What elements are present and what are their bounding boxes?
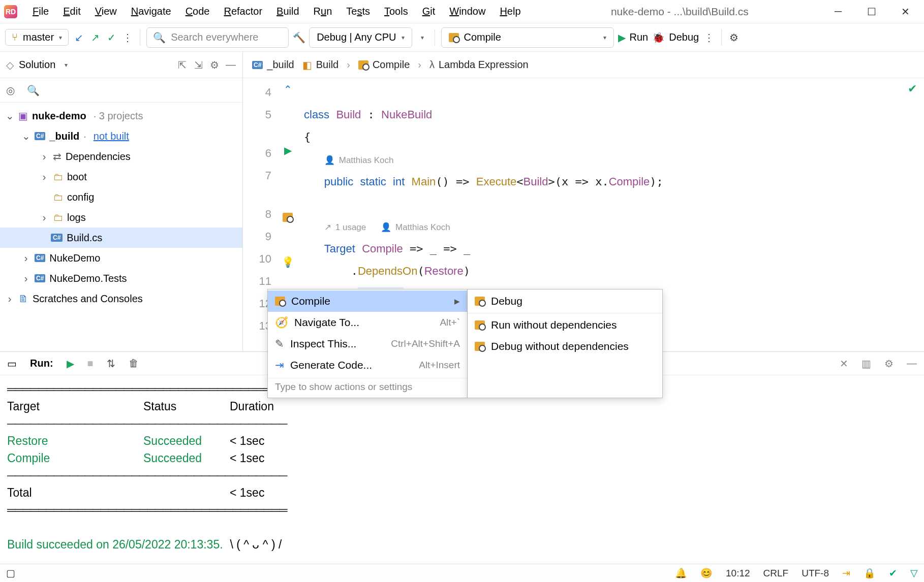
- inspect-icon: ✎: [275, 338, 284, 350]
- debug-button[interactable]: 🐞 Debug: [652, 31, 699, 44]
- build-icon[interactable]: 🔨: [293, 31, 305, 44]
- menu-git[interactable]: Git: [416, 4, 442, 19]
- ctx-inspect-label: Inspect This...: [290, 338, 385, 350]
- sub-debug[interactable]: Debug: [468, 290, 662, 312]
- menu-file[interactable]: File: [26, 4, 55, 19]
- menu-tools[interactable]: Tools: [378, 4, 414, 19]
- sub-debug-label: Debug: [491, 295, 655, 307]
- minimize-button[interactable]: ─: [833, 6, 844, 17]
- config-more-icon[interactable]: ▾: [416, 31, 428, 44]
- project-build[interactable]: ⌄ C# _build · not built: [0, 126, 242, 146]
- run-output[interactable]: ════════════════════════════════════ Tar…: [0, 375, 924, 564]
- sub-debug-without-deps[interactable]: Debug without dependencies: [468, 336, 662, 357]
- menu-view[interactable]: View: [89, 4, 123, 19]
- rerun-icon[interactable]: ▶: [67, 358, 74, 370]
- project-label: NukeDemo.Tests: [49, 273, 127, 284]
- dependencies-node[interactable]: › ⇄ Dependencies: [0, 146, 242, 167]
- crumb-lambda[interactable]: Lambda Expression: [439, 59, 529, 71]
- menu-build[interactable]: Build: [270, 4, 305, 19]
- tool-windows-icon[interactable]: ▢: [6, 567, 15, 579]
- ctx-navigate[interactable]: 🧭 Navigate To... Alt+`: [268, 312, 467, 333]
- build-status-link[interactable]: not built: [94, 131, 129, 142]
- close-run-icon[interactable]: ✕: [840, 358, 848, 370]
- indent-icon[interactable]: ⇥: [842, 567, 850, 579]
- csproj-icon: C#: [35, 132, 45, 140]
- main-toolbar: ⑂ master ▾ ↙ ↗ ✓ ⋮ 🔍 Search everywhere 🔨…: [0, 23, 924, 52]
- build-config-dropdown[interactable]: Debug | Any CPU ▾: [309, 27, 412, 48]
- scratches-icon: 🗎: [18, 293, 28, 305]
- folder-logs[interactable]: ›🗀 logs: [0, 207, 242, 228]
- sidebar-title: Solution: [19, 59, 55, 71]
- more-vcs-icon[interactable]: ⋮: [121, 31, 134, 44]
- menu-run[interactable]: Run: [307, 4, 338, 19]
- layout-icon[interactable]: ⇅: [107, 358, 115, 370]
- vcs-update-icon[interactable]: ↙: [73, 31, 85, 44]
- crumb-file[interactable]: _build: [267, 59, 294, 71]
- inspection-ok-icon[interactable]: ✔: [908, 82, 917, 95]
- git-branch-selector[interactable]: ⑂ master ▾: [5, 29, 69, 46]
- menu-refactor[interactable]: Refactor: [218, 4, 268, 19]
- ctx-inspect[interactable]: ✎ Inspect This... Ctrl+Alt+Shift+A: [268, 333, 467, 354]
- solution-root[interactable]: ⌄ ▣ nuke-demo · 3 projects: [0, 106, 242, 126]
- project-nukedemo[interactable]: ›C# NukeDemo: [0, 248, 242, 268]
- folder-boot[interactable]: ›🗀 boot: [0, 167, 242, 187]
- menu-edit[interactable]: Edit: [57, 4, 86, 19]
- locate-icon[interactable]: ◎: [6, 84, 15, 96]
- sidebar-search-icon[interactable]: 🔍: [27, 84, 40, 96]
- sidebar-settings-icon[interactable]: ⚙: [209, 59, 220, 71]
- encoding[interactable]: UTF-8: [802, 568, 829, 579]
- shield-icon[interactable]: ▽: [910, 567, 918, 579]
- ctx-compile-label: Compile: [291, 295, 448, 307]
- run-button[interactable]: ▶ Run: [618, 31, 649, 44]
- search-everywhere[interactable]: 🔍 Search everywhere: [146, 27, 289, 48]
- close-button[interactable]: ✕: [900, 6, 911, 17]
- settings-icon[interactable]: ⚙: [728, 31, 740, 44]
- app-icon: RD: [4, 5, 17, 18]
- notifications-icon[interactable]: 🔔: [675, 567, 687, 579]
- crumb-target[interactable]: Compile: [373, 59, 410, 71]
- stop-icon[interactable]: ■: [87, 358, 94, 369]
- hide-run-icon[interactable]: —: [907, 358, 917, 369]
- more-run-icon[interactable]: ⋮: [703, 31, 715, 44]
- project-nukedemo-tests[interactable]: ›C# NukeDemo.Tests: [0, 268, 242, 288]
- solution-icon: ◇: [6, 59, 14, 71]
- row-target: Restore: [7, 432, 143, 449]
- clear-icon[interactable]: 🗑: [129, 358, 139, 369]
- class-icon: ◧: [302, 59, 312, 71]
- menu-navigate[interactable]: Navigate: [125, 4, 177, 19]
- copilot-icon[interactable]: 😊: [700, 567, 713, 579]
- inspection-badge-icon[interactable]: ✔: [889, 567, 897, 579]
- file-build-cs[interactable]: C# Build.cs: [0, 228, 242, 248]
- maximize-button[interactable]: ☐: [866, 6, 877, 17]
- ctx-compile[interactable]: Compile ▸: [268, 290, 467, 312]
- author-inlay[interactable]: Matthias Koch: [339, 153, 394, 168]
- project-count: · 3 projects: [94, 110, 143, 122]
- project-build-label: _build: [49, 131, 79, 142]
- author-inlay[interactable]: Matthias Koch: [395, 220, 450, 235]
- scratches-node[interactable]: › 🗎 Scratches and Consoles: [0, 288, 242, 309]
- menu-window[interactable]: Window: [443, 4, 491, 19]
- usage-inlay[interactable]: 1 usage: [335, 220, 366, 235]
- ctx-generate[interactable]: ⇥ Generate Code... Alt+Insert: [268, 354, 467, 376]
- play-icon: ▶: [618, 31, 626, 44]
- hide-sidebar-icon[interactable]: —: [225, 59, 236, 71]
- folder-config[interactable]: 🗀 config: [0, 187, 242, 207]
- menu-help[interactable]: Help: [494, 4, 527, 19]
- crumb-class[interactable]: Build: [316, 59, 338, 71]
- context-menu: Compile ▸ 🧭 Navigate To... Alt+` ✎ Inspe…: [267, 289, 663, 398]
- breadcrumb[interactable]: C#_build ◧Build › Compile › λLambda Expr…: [243, 52, 924, 78]
- csproj-icon: C#: [35, 274, 45, 282]
- menu-code[interactable]: Code: [179, 4, 216, 19]
- project-label: NukeDemo: [49, 252, 100, 264]
- run-config-dropdown[interactable]: Compile ▾: [441, 27, 614, 48]
- expand-all-icon[interactable]: ⇱: [176, 59, 188, 71]
- collapse-all-icon[interactable]: ⇲: [193, 59, 204, 71]
- menu-tests[interactable]: Tests: [340, 4, 376, 19]
- run-settings-icon[interactable]: ⚙: [884, 358, 894, 370]
- line-ending[interactable]: CRLF: [763, 568, 789, 579]
- sub-run-without-deps[interactable]: Run without dependencies: [468, 314, 662, 336]
- vcs-commit-icon[interactable]: ✓: [105, 31, 117, 44]
- readonly-lock-icon[interactable]: 🔒: [864, 567, 876, 579]
- layout-settings-icon[interactable]: ▥: [861, 358, 871, 370]
- vcs-push-icon[interactable]: ↗: [89, 31, 101, 44]
